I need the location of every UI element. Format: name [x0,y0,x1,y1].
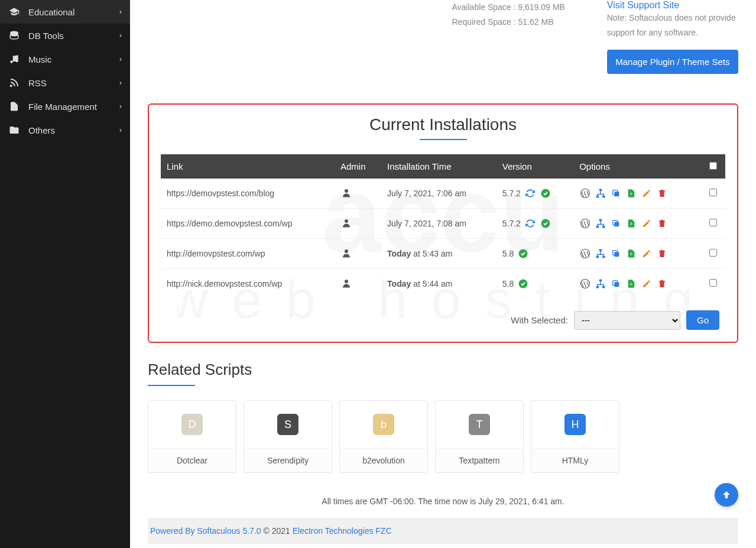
install-link[interactable]: https://demovpstest.com/blog [167,189,274,198]
clone-icon[interactable] [610,218,622,229]
sitemap-icon[interactable] [595,218,606,229]
time-prefix: Today [387,279,411,288]
svg-text:b: b [381,419,387,430]
update-available-icon[interactable] [524,218,536,229]
powered-by-link[interactable]: Powered By Softaculous 5.7.0 [150,526,261,536]
arrow-up-icon [721,489,732,500]
database-icon [8,30,20,41]
update-available-icon[interactable] [524,187,536,199]
time-note: All times are GMT -06:00. The time now i… [148,473,738,518]
clone-icon[interactable] [610,187,622,199]
go-button[interactable]: Go [686,310,719,330]
wordpress-icon[interactable] [579,218,591,229]
visit-support-link[interactable]: Visit Support Site [607,0,679,10]
backup-icon[interactable] [625,218,637,229]
chevron-right-icon: › [119,31,122,40]
scroll-to-top-button[interactable] [715,483,738,507]
install-time: July 7, 2021, 7:06 am [381,179,497,209]
sidebar-item-label: DB Tools [28,31,64,41]
svg-point-30 [345,280,348,283]
backup-icon[interactable] [625,248,637,260]
music-icon [8,53,20,65]
sidebar-item-filemanagement[interactable]: File Management › [0,95,130,118]
related-script-card[interactable]: TTextpattern [435,400,524,473]
svg-rect-33 [599,280,602,282]
wordpress-icon[interactable] [579,187,591,199]
script-icon: D [148,401,236,448]
chevron-right-icon: › [119,8,122,16]
delete-icon[interactable] [656,278,668,290]
svg-point-2 [15,60,18,63]
admin-login-icon[interactable] [340,247,352,259]
backup-icon[interactable] [625,187,637,199]
row-checkbox[interactable] [709,189,717,196]
sidebar-item-rss[interactable]: RSS › [0,71,130,95]
delete-icon[interactable] [656,248,668,260]
sidebar-item-dbtools[interactable]: DB Tools › [0,24,130,47]
graduation-cap-icon [8,6,20,18]
row-checkbox[interactable] [709,279,717,287]
delete-icon[interactable] [656,187,668,199]
sidebar-item-label: File Management [28,102,97,112]
table-row: https://demo.demovpstest.com/wpJuly 7, 2… [161,209,725,239]
row-checkbox[interactable] [709,249,717,257]
admin-login-icon[interactable] [340,187,352,199]
admin-login-icon[interactable] [340,277,352,289]
edit-icon[interactable] [641,187,653,199]
heading-underline [420,139,467,140]
table-row: http://nick.demovpstest.com/wpToday at 5… [161,269,725,299]
edit-icon[interactable] [641,218,653,229]
script-name: b2evolution [340,448,427,472]
sitemap-icon[interactable] [595,187,606,199]
bulk-label: With Selected: [511,315,568,325]
version-ok-icon [517,278,529,290]
company-link[interactable]: Electron Technologies FZC [293,526,392,536]
related-script-card[interactable]: HHTMLy [531,400,619,473]
related-script-card[interactable]: SSerendipity [244,400,332,473]
svg-point-1 [10,60,13,63]
script-name: HTMLy [531,448,619,472]
related-script-card[interactable]: bb2evolution [339,400,428,473]
svg-rect-10 [596,196,599,198]
admin-login-icon[interactable] [340,217,352,229]
sidebar-item-label: Educational [28,7,74,17]
script-name: Textpattern [436,448,523,472]
svg-rect-18 [596,226,599,228]
sitemap-icon[interactable] [595,278,606,290]
svg-text:H: H [572,419,579,430]
row-checkbox[interactable] [709,219,717,226]
delete-icon[interactable] [656,218,668,229]
manage-plugin-theme-button[interactable]: Manage Plugin / Theme Sets [607,50,738,74]
col-version: Version [497,154,573,179]
clone-icon[interactable] [610,248,622,260]
svg-point-22 [345,249,348,253]
install-link[interactable]: https://demo.demovpstest.com/wp [167,219,292,228]
folder-open-icon [8,124,20,136]
backup-icon[interactable] [625,278,637,290]
svg-rect-27 [602,256,605,258]
svg-rect-11 [602,196,605,198]
install-link[interactable]: http://demovpstest.com/wp [167,249,265,258]
svg-rect-19 [602,226,605,228]
related-script-card[interactable]: DDotclear [148,400,236,473]
related-scripts-heading: Related Scripts [148,343,738,385]
clone-icon[interactable] [610,278,622,290]
edit-icon[interactable] [641,248,653,260]
edit-icon[interactable] [641,278,653,290]
sidebar-item-educational[interactable]: Educational › [0,0,130,24]
related-scripts-grid: DDotclearSSerendipitybb2evolutionTTextpa… [148,400,738,473]
select-all-checkbox[interactable] [709,162,717,170]
wordpress-icon[interactable] [579,278,591,290]
sidebar-item-others[interactable]: Others › [0,118,130,142]
sidebar-item-music[interactable]: Music › [0,47,130,71]
sitemap-icon[interactable] [595,248,606,260]
required-space-text: Required Space : 51.62 MB [452,15,583,30]
wordpress-icon[interactable] [579,248,591,260]
bulk-action-select[interactable]: --- [574,311,680,330]
copyright-text: © 2021 [263,526,292,536]
install-link[interactable]: http://nick.demovpstest.com/wp [167,279,282,288]
sidebar-item-label: Others [28,125,55,135]
version-text: 5.7.2 [502,219,521,228]
col-link: Link [161,154,335,179]
version-text: 5.8 [502,249,514,258]
